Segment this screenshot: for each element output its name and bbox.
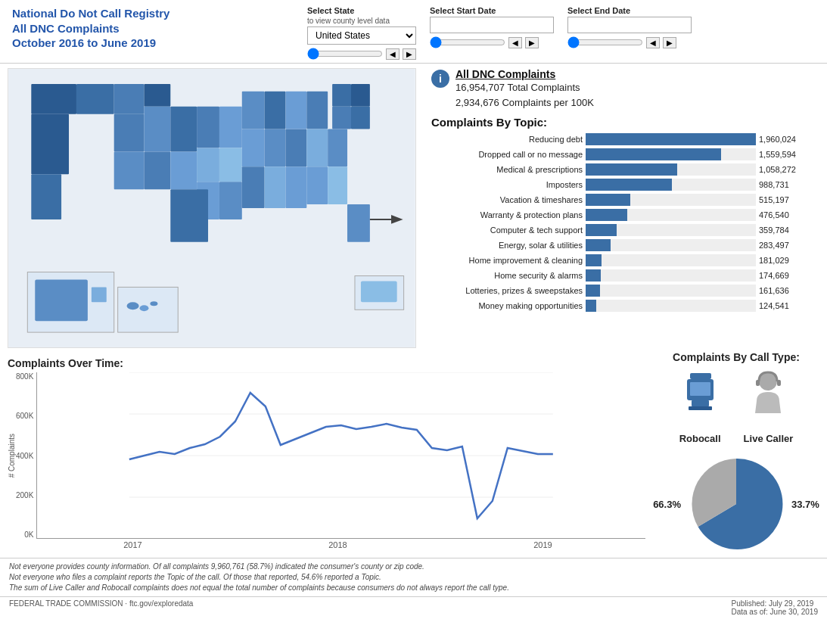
line-chart-container [36, 372, 645, 539]
state-next-btn[interactable]: ▶ [403, 48, 416, 60]
svg-rect-30 [328, 129, 347, 167]
bar-inner [586, 179, 672, 191]
bar-value: 283,497 [759, 241, 819, 250]
svg-rect-2 [76, 84, 114, 114]
live-caller-item: Live Caller [744, 369, 794, 444]
main-content: i All DNC Complaints 16,954,707 Total Co… [0, 64, 827, 348]
start-date-prev-btn[interactable]: ◀ [508, 37, 522, 48]
bar-chart-rows: Reducing debt1,960,024Dropped call or no… [431, 133, 819, 312]
bar-label: Lotteries, prizes & sweepstakes [431, 286, 583, 295]
svg-rect-21 [265, 92, 286, 129]
bar-label: Imposters [431, 180, 583, 189]
bar-outer [586, 300, 756, 312]
footer-note1: Not everyone provides county information… [9, 562, 818, 572]
state-slider-row: ◀ ▶ [307, 48, 416, 60]
state-select[interactable]: United States [307, 26, 416, 45]
end-date-prev-btn[interactable]: ◀ [646, 37, 660, 48]
footer-org: FEDERAL TRADE COMMISSION · ftc.gov/explo… [9, 599, 193, 616]
svg-rect-8 [197, 107, 219, 148]
bar-label: Money making opportunities [431, 301, 583, 310]
start-date-slider[interactable] [430, 36, 505, 48]
bar-value: 476,540 [759, 210, 819, 219]
time-chart-title: Complaints Over Time: [8, 357, 645, 369]
svg-rect-41 [35, 279, 88, 321]
right-panel: i All DNC Complaints 16,954,707 Total Co… [424, 68, 819, 348]
info-section: i All DNC Complaints 16,954,707 Total Co… [431, 68, 819, 110]
bar-row: Dropped call or no message1,559,594 [431, 148, 819, 160]
map-container [8, 68, 416, 348]
state-control: Select State to view county level data U… [307, 6, 416, 60]
live-caller-pct: 33.7% [791, 499, 819, 510]
live-caller-label: Live Caller [744, 433, 794, 444]
svg-rect-20 [242, 92, 265, 129]
bar-row: Medical & prescriptions1,058,272 [431, 163, 819, 176]
bar-row: Money making opportunities124,541 [431, 300, 819, 312]
bar-row: Warranty & protection plans476,540 [431, 209, 819, 221]
start-date-next-btn[interactable]: ▶ [525, 37, 539, 48]
bar-label: Energy, solar & utilities [431, 241, 583, 250]
title-block: National Do Not Call Registry All DNC Co… [12, 6, 292, 51]
bar-inner [586, 239, 611, 251]
bar-outer [586, 209, 756, 221]
svg-rect-60 [777, 380, 781, 386]
footer-published: Published: July 29, 2019 [731, 599, 818, 608]
svg-rect-13 [144, 151, 170, 189]
call-type-title: Complaints By Call Type: [673, 351, 800, 363]
svg-rect-16 [219, 148, 242, 182]
bar-row: Lotteries, prizes & sweepstakes161,636 [431, 285, 819, 297]
svg-rect-27 [351, 107, 370, 129]
bar-outer [586, 254, 756, 266]
robocall-pct: 66.3% [653, 499, 681, 510]
svg-rect-22 [285, 92, 306, 129]
bar-outer [586, 133, 756, 145]
bar-outer [586, 239, 756, 251]
start-date-control: Select Start Date October 2016 ◀ ▶ [430, 6, 554, 48]
time-section: Complaints Over Time: # Complaints 800K … [8, 357, 645, 553]
svg-rect-53 [690, 373, 711, 379]
end-date-next-btn[interactable]: ▶ [663, 37, 676, 48]
state-slider[interactable] [307, 48, 383, 60]
svg-rect-24 [332, 84, 351, 107]
svg-rect-25 [351, 84, 370, 107]
bar-label: Vacation & timeshares [431, 195, 583, 204]
bar-inner [586, 224, 617, 236]
bar-value: 161,636 [759, 286, 819, 295]
end-date-input[interactable]: June 2019 [567, 17, 692, 33]
svg-rect-36 [285, 166, 306, 208]
footer-notes: Not everyone provides county information… [0, 558, 827, 596]
svg-rect-15 [197, 148, 219, 182]
controls-block: Select State to view county level data U… [307, 6, 815, 60]
bar-inner [586, 163, 677, 176]
bar-outer [586, 194, 756, 206]
bar-outer [586, 163, 756, 176]
state-prev-btn[interactable]: ◀ [386, 48, 400, 60]
svg-rect-37 [170, 189, 208, 242]
bar-inner [586, 133, 756, 145]
svg-point-44 [127, 302, 139, 310]
bar-value: 1,960,024 [759, 135, 819, 144]
bar-inner [586, 148, 721, 160]
start-date-input[interactable]: October 2016 [430, 17, 554, 33]
bar-inner [586, 194, 630, 206]
call-type-icons: Robocall Live Caller [679, 369, 794, 444]
bar-value: 988,731 [759, 180, 819, 189]
footer-data-as-of: Data as of: June 30, 2019 [731, 608, 818, 616]
bar-row: Home security & alarms174,669 [431, 269, 819, 282]
svg-rect-34 [242, 166, 265, 208]
bar-section: Complaints By Topic: Reducing debt1,960,… [431, 116, 819, 312]
svg-rect-56 [692, 400, 709, 406]
bar-row: Home improvement & cleaning181,029 [431, 254, 819, 266]
bar-inner [586, 254, 602, 266]
footer-note2: Not everyone who files a complaint repor… [9, 572, 818, 583]
bar-value: 515,197 [759, 195, 819, 204]
state-label: Select State [307, 6, 416, 15]
bar-value: 1,058,272 [759, 165, 819, 174]
bar-value: 124,541 [759, 301, 819, 310]
robocall-item: Robocall [679, 369, 721, 444]
end-date-slider[interactable] [567, 36, 643, 48]
svg-rect-26 [332, 107, 351, 129]
svg-rect-23 [306, 92, 328, 129]
page-title: National Do Not Call Registry All DNC Co… [12, 6, 292, 51]
svg-rect-1 [31, 84, 76, 114]
info-text: All DNC Complaints 16,954,707 Total Comp… [455, 68, 594, 110]
